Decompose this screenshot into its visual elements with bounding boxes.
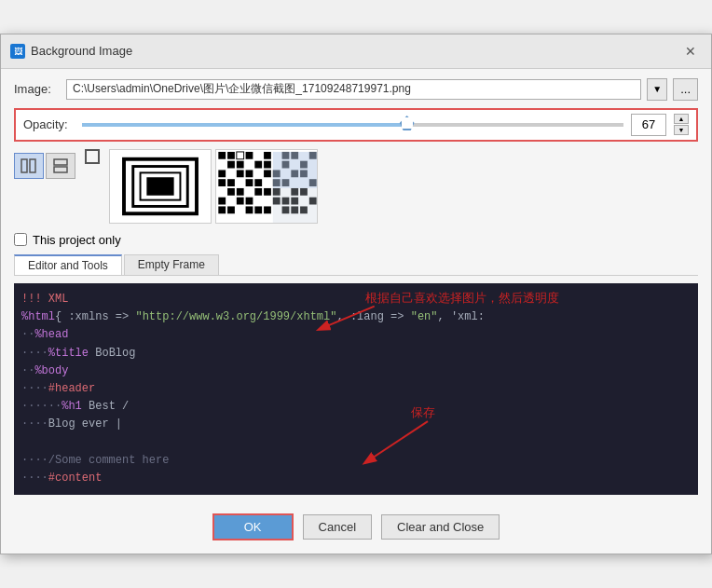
svg-rect-76 bbox=[218, 206, 226, 213]
image-dropdown-button[interactable]: ▼ bbox=[647, 78, 667, 101]
svg-rect-87 bbox=[273, 152, 317, 188]
svg-rect-56 bbox=[237, 188, 244, 196]
svg-rect-33 bbox=[227, 170, 235, 177]
title-bar: 🖼 Background Image ✕ bbox=[1, 34, 711, 69]
cancel-button[interactable]: Cancel bbox=[303, 514, 372, 540]
svg-rect-68 bbox=[246, 198, 253, 205]
project-only-checkbox[interactable] bbox=[14, 233, 27, 246]
svg-rect-80 bbox=[254, 206, 262, 213]
svg-rect-2 bbox=[54, 159, 67, 165]
tab-empty-frame[interactable]: Empty Frame bbox=[124, 254, 219, 275]
svg-rect-77 bbox=[227, 206, 235, 213]
ok-button[interactable]: OK bbox=[212, 513, 294, 540]
title-bar-left: 🖼 Background Image bbox=[10, 44, 132, 59]
svg-rect-23 bbox=[237, 161, 244, 169]
svg-rect-15 bbox=[264, 152, 271, 159]
image-row: Image: ▼ ... bbox=[14, 78, 698, 101]
svg-rect-79 bbox=[246, 206, 253, 213]
svg-rect-14 bbox=[254, 152, 262, 159]
small-square-icon bbox=[85, 149, 100, 164]
svg-rect-37 bbox=[264, 170, 271, 177]
svg-rect-78 bbox=[237, 206, 244, 213]
svg-rect-54 bbox=[218, 188, 226, 196]
image-path-input[interactable] bbox=[66, 79, 641, 100]
opacity-slider-thumb bbox=[400, 116, 415, 130]
svg-rect-43 bbox=[218, 179, 226, 186]
opacity-increment-button[interactable]: ▲ bbox=[674, 114, 689, 124]
svg-rect-70 bbox=[264, 198, 271, 205]
svg-rect-59 bbox=[264, 188, 271, 196]
layout-rows-button[interactable] bbox=[46, 153, 75, 179]
opacity-row: Opacity: 67 ▲ ▼ bbox=[14, 108, 698, 142]
svg-rect-0 bbox=[21, 159, 27, 172]
svg-rect-81 bbox=[264, 206, 271, 213]
opacity-slider-track bbox=[82, 123, 407, 127]
svg-rect-44 bbox=[227, 179, 235, 186]
svg-rect-32 bbox=[218, 170, 226, 177]
image-label: Image: bbox=[14, 82, 61, 96]
svg-rect-69 bbox=[254, 198, 262, 205]
svg-rect-47 bbox=[254, 179, 262, 186]
svg-rect-11 bbox=[227, 152, 235, 159]
svg-rect-67 bbox=[237, 198, 244, 205]
svg-rect-57 bbox=[246, 188, 253, 196]
checkbox-row: This project only bbox=[14, 233, 698, 247]
svg-rect-3 bbox=[54, 167, 67, 172]
layout-columns-button[interactable] bbox=[14, 153, 44, 179]
svg-rect-65 bbox=[218, 198, 226, 205]
close-button[interactable]: ✕ bbox=[679, 40, 702, 62]
opacity-spinner: ▲ ▼ bbox=[674, 114, 689, 135]
pattern-preview-box: /* dots drawn manually */ bbox=[215, 149, 318, 224]
svg-rect-66 bbox=[227, 198, 235, 205]
tab-editor-tools[interactable]: Editor and Tools bbox=[14, 254, 122, 275]
project-only-label: This project only bbox=[33, 233, 121, 247]
dialog-title: Background Image bbox=[31, 44, 132, 58]
svg-rect-22 bbox=[227, 161, 235, 169]
center-area bbox=[85, 149, 100, 164]
svg-rect-12 bbox=[237, 152, 244, 159]
opacity-decrement-button[interactable]: ▼ bbox=[674, 125, 689, 135]
svg-rect-10 bbox=[218, 152, 226, 159]
tabs-row: Editor and Tools Empty Frame bbox=[14, 254, 698, 276]
svg-rect-36 bbox=[254, 170, 262, 177]
svg-rect-1 bbox=[30, 159, 35, 172]
code-editor[interactable]: !!! XML %html{ :xmlns => "http://www.w3.… bbox=[14, 283, 698, 495]
preview-images: /* dots drawn manually */ bbox=[109, 149, 318, 224]
clear-button[interactable]: Clear and Close bbox=[381, 514, 500, 540]
opacity-slider[interactable] bbox=[82, 123, 623, 127]
svg-rect-46 bbox=[246, 179, 253, 186]
bottom-row: OK Cancel Clear and Close bbox=[1, 504, 711, 554]
columns-icon bbox=[21, 157, 37, 174]
layout-icons bbox=[14, 153, 75, 179]
svg-rect-26 bbox=[264, 161, 271, 169]
opacity-label: Opacity: bbox=[23, 117, 75, 131]
svg-rect-8 bbox=[146, 177, 173, 196]
svg-rect-21 bbox=[218, 161, 226, 169]
svg-rect-24 bbox=[246, 161, 253, 169]
code-overlay: !!! XML %html{ :xmlns => "http://www.w3.… bbox=[14, 283, 698, 495]
svg-rect-88 bbox=[273, 188, 317, 223]
svg-rect-58 bbox=[254, 188, 262, 196]
svg-rect-48 bbox=[264, 179, 271, 186]
qr-svg bbox=[110, 150, 211, 223]
image-browse-button[interactable]: ... bbox=[673, 78, 698, 101]
svg-rect-35 bbox=[246, 170, 253, 177]
dialog-body: Image: ▼ ... Opacity: 67 ▲ ▼ bbox=[1, 69, 711, 504]
svg-rect-25 bbox=[254, 161, 262, 169]
rows-icon bbox=[52, 157, 69, 174]
dialog-icon: 🖼 bbox=[10, 44, 25, 59]
icons-preview-row: /* dots drawn manually */ bbox=[14, 149, 698, 224]
svg-rect-13 bbox=[246, 152, 253, 159]
qr-preview-box bbox=[109, 149, 212, 224]
svg-rect-34 bbox=[237, 170, 244, 177]
pattern-svg: /* dots drawn manually */ bbox=[216, 150, 317, 223]
background-image-dialog: 🖼 Background Image ✕ Image: ▼ ... Opacit… bbox=[0, 34, 712, 554]
svg-rect-55 bbox=[227, 188, 235, 196]
svg-rect-45 bbox=[237, 179, 244, 186]
opacity-value[interactable]: 67 bbox=[631, 114, 666, 136]
